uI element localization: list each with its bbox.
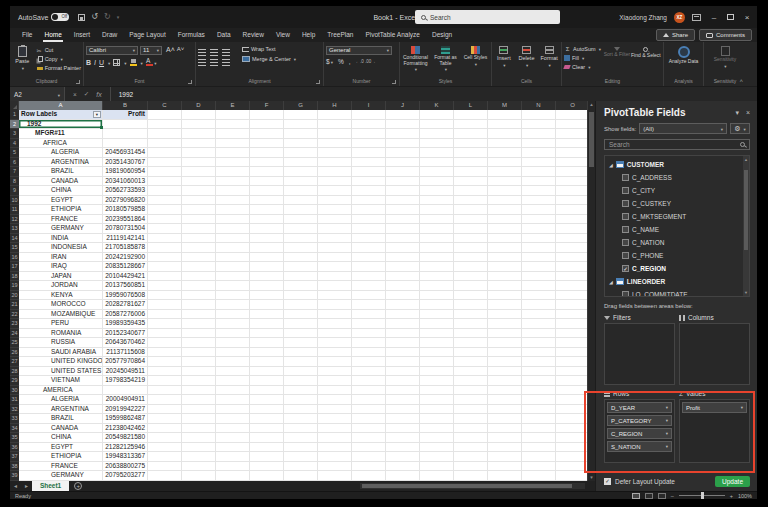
cell-a8[interactable]: CANADA	[19, 177, 103, 187]
cell-n17[interactable]	[522, 262, 556, 272]
cell-h16[interactable]	[318, 253, 352, 263]
bold-button[interactable]: B	[86, 59, 91, 66]
cell-j24[interactable]	[386, 329, 420, 339]
cell-f12[interactable]	[250, 215, 284, 225]
cell-m1[interactable]	[488, 110, 522, 120]
cell-g17[interactable]	[284, 262, 318, 272]
row-header-31[interactable]: 31	[10, 395, 19, 405]
cell-e4[interactable]	[216, 139, 250, 149]
cell-h28[interactable]	[318, 367, 352, 377]
cell-m20[interactable]	[488, 291, 522, 301]
cell-g38[interactable]	[284, 462, 318, 472]
cell-d20[interactable]	[182, 291, 216, 301]
cell-i27[interactable]	[352, 357, 386, 367]
cell-n28[interactable]	[522, 367, 556, 377]
cell-j2[interactable]	[386, 120, 420, 130]
cell-j27[interactable]	[386, 357, 420, 367]
cell-b29[interactable]: 19798354219	[103, 376, 148, 386]
cell-h38[interactable]	[318, 462, 352, 472]
row-header-6[interactable]: 6	[10, 158, 19, 168]
row-header-7[interactable]: 7	[10, 167, 19, 177]
cell-m14[interactable]	[488, 234, 522, 244]
cell-m36[interactable]	[488, 443, 522, 453]
cell-e35[interactable]	[216, 433, 250, 443]
cell-e39[interactable]	[216, 471, 250, 481]
cell-c15[interactable]	[148, 243, 182, 253]
cell-e21[interactable]	[216, 300, 250, 310]
cell-l8[interactable]	[454, 177, 488, 187]
cell-o19[interactable]	[556, 281, 587, 291]
cell-n25[interactable]	[522, 338, 556, 348]
cell-l1[interactable]	[454, 110, 488, 120]
cell-f17[interactable]	[250, 262, 284, 272]
cell-l5[interactable]	[454, 148, 488, 158]
cell-g8[interactable]	[284, 177, 318, 187]
cell-g20[interactable]	[284, 291, 318, 301]
cell-g7[interactable]	[284, 167, 318, 177]
cell-c20[interactable]	[148, 291, 182, 301]
cell-d33[interactable]	[182, 414, 216, 424]
column-header-c[interactable]: C	[148, 101, 182, 110]
zoom-out-icon[interactable]: –	[671, 493, 674, 499]
cell-o27[interactable]	[556, 357, 587, 367]
cell-n21[interactable]	[522, 300, 556, 310]
cell-h23[interactable]	[318, 319, 352, 329]
cell-d35[interactable]	[182, 433, 216, 443]
cell-e3[interactable]	[216, 129, 250, 139]
cell-d18[interactable]	[182, 272, 216, 282]
values-dropzone[interactable]: Profit	[679, 399, 750, 463]
cell-h6[interactable]	[318, 158, 352, 168]
cell-a32[interactable]: ARGENTINA	[19, 405, 103, 415]
cell-h32[interactable]	[318, 405, 352, 415]
cell-o4[interactable]	[556, 139, 587, 149]
cell-j14[interactable]	[386, 234, 420, 244]
column-header-g[interactable]: G	[284, 101, 318, 110]
cell-o25[interactable]	[556, 338, 587, 348]
row-header-30[interactable]: 30	[10, 386, 19, 396]
cell-j34[interactable]	[386, 424, 420, 434]
cell-o9[interactable]	[556, 186, 587, 196]
cell-m35[interactable]	[488, 433, 522, 443]
cell-e29[interactable]	[216, 376, 250, 386]
cell-a12[interactable]: FRANCE	[19, 215, 103, 225]
defer-layout-checkbox[interactable]: ✓	[604, 478, 611, 485]
cell-d2[interactable]	[182, 120, 216, 130]
cell-l20[interactable]	[454, 291, 488, 301]
cell-j36[interactable]	[386, 443, 420, 453]
rows-pill-c-region[interactable]: C_REGION	[607, 428, 672, 439]
cell-f14[interactable]	[250, 234, 284, 244]
row-header-10[interactable]: 10	[10, 196, 19, 206]
tab-pivottable-analyze[interactable]: PivotTable Analyze	[359, 28, 426, 42]
cell-j13[interactable]	[386, 224, 420, 234]
cell-m26[interactable]	[488, 348, 522, 358]
cell-a28[interactable]: UNITED STATES	[19, 367, 103, 377]
cell-c21[interactable]	[148, 300, 182, 310]
cell-c4[interactable]	[148, 139, 182, 149]
cell-o8[interactable]	[556, 177, 587, 187]
values-pill-profit[interactable]: Profit	[682, 402, 747, 413]
cell-b23[interactable]: 19989359435	[103, 319, 148, 329]
cell-o16[interactable]	[556, 253, 587, 263]
cell-c32[interactable]	[148, 405, 182, 415]
cell-a18[interactable]: JAPAN	[19, 272, 103, 282]
cell-c38[interactable]	[148, 462, 182, 472]
cell-f33[interactable]	[250, 414, 284, 424]
cell-a26[interactable]: SAUDI ARABIA	[19, 348, 103, 358]
cell-i7[interactable]	[352, 167, 386, 177]
cell-g13[interactable]	[284, 224, 318, 234]
cell-g2[interactable]	[284, 120, 318, 130]
align-right-icon[interactable]	[222, 59, 230, 61]
cell-i22[interactable]	[352, 310, 386, 320]
minimize-button[interactable]: –	[708, 13, 720, 22]
cell-o15[interactable]	[556, 243, 587, 253]
cell-e13[interactable]	[216, 224, 250, 234]
cell-c26[interactable]	[148, 348, 182, 358]
cell-k22[interactable]	[420, 310, 454, 320]
cell-e24[interactable]	[216, 329, 250, 339]
analyze-data-button[interactable]: Analyze Data	[667, 44, 701, 65]
cell-i38[interactable]	[352, 462, 386, 472]
cell-h5[interactable]	[318, 148, 352, 158]
cell-h1[interactable]	[318, 110, 352, 120]
cell-a38[interactable]: FRANCE	[19, 462, 103, 472]
cell-n27[interactable]	[522, 357, 556, 367]
